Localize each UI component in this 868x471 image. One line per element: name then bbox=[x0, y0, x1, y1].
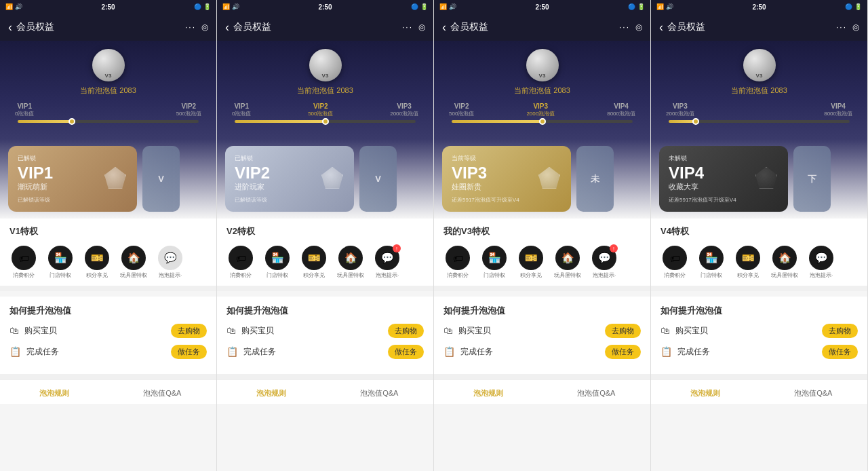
bottom-tab[interactable]: 泡泡值Q&A bbox=[326, 385, 434, 401]
privilege-item[interactable]: 🏷 消费积分 bbox=[7, 246, 41, 279]
vip-card-next[interactable]: 下 bbox=[793, 146, 831, 212]
bubble-icon: V3 bbox=[445, 49, 639, 81]
back-button[interactable]: ‹ bbox=[659, 20, 663, 35]
signal-icon: 📶 🔊 bbox=[656, 3, 673, 10]
privilege-item[interactable]: 💬 ! 泡泡提示· bbox=[370, 246, 404, 279]
bottom-tab[interactable]: 泡泡规则 bbox=[434, 385, 542, 401]
privilege-item[interactable]: 🏪 门店特权 bbox=[43, 246, 77, 279]
vip-cards-area: 已解锁 VIP2 进阶玩家 已解锁该等级 V bbox=[217, 139, 433, 219]
action-button[interactable]: 做任务 bbox=[388, 345, 424, 359]
status-bar: 📶 🔊 2:50 🔵 🔋 bbox=[434, 0, 650, 14]
privilege-item[interactable]: 🏪 门店特权 bbox=[260, 246, 294, 279]
privilege-label: 门店特权 bbox=[267, 272, 288, 279]
action-button[interactable]: 去购物 bbox=[388, 324, 424, 338]
bottom-tabs: 泡泡规则泡泡值Q&A bbox=[217, 379, 433, 404]
privilege-item[interactable]: 💬 ! 泡泡提示· bbox=[587, 246, 621, 279]
more-button[interactable]: ··· bbox=[185, 22, 196, 32]
vip-cards-area: 已解锁 VIP1 潮玩萌新 已解锁该等级 V bbox=[0, 139, 216, 219]
privilege-icon-glyph: 🎫 bbox=[308, 252, 321, 264]
action-button[interactable]: 做任务 bbox=[822, 345, 858, 359]
next-card-label: V bbox=[375, 174, 381, 184]
privilege-icon: 🎫 bbox=[519, 246, 543, 270]
privilege-item[interactable]: 🎫 积分享兑 bbox=[297, 246, 331, 279]
privilege-item[interactable]: 🏠 玩具屋特权 bbox=[117, 246, 151, 279]
bottom-tab[interactable]: 泡泡规则 bbox=[0, 385, 108, 401]
bottom-tab[interactable]: 泡泡值Q&A bbox=[108, 385, 217, 401]
privilege-icon: 🏷 bbox=[663, 246, 687, 270]
action-button[interactable]: 做任务 bbox=[605, 345, 641, 359]
privilege-item[interactable]: 🏠 玩具屋特权 bbox=[768, 246, 802, 279]
bottom-tab[interactable]: 泡泡规则 bbox=[651, 385, 760, 401]
how-to-section: 如何提升泡泡值 🛍 购买宝贝 去购物 📋 完成任务 做任务 bbox=[434, 297, 650, 374]
privilege-label: 消费积分 bbox=[664, 272, 686, 279]
target-icon[interactable]: ◎ bbox=[201, 22, 208, 32]
vip-card-next[interactable]: V bbox=[142, 146, 180, 212]
privilege-icon: 🏪 bbox=[48, 246, 73, 270]
more-button[interactable]: ··· bbox=[402, 22, 413, 32]
vip-card[interactable]: 未解锁 VIP4 收藏大享 还差5917泡泡值可升级至V4 bbox=[659, 146, 788, 212]
privilege-icon-glyph: 💬 bbox=[598, 252, 611, 264]
more-button[interactable]: ··· bbox=[619, 22, 630, 32]
vip-card[interactable]: 当前等级 VIP3 娃圈新贵 还差5917泡泡值可升级至V4 bbox=[442, 146, 571, 212]
privilege-item[interactable]: 🎫 积分享兑 bbox=[80, 246, 114, 279]
privilege-label: 门店特权 bbox=[701, 272, 722, 279]
vip-card-next[interactable]: 未 bbox=[576, 146, 614, 212]
how-to-icon: 🛍 bbox=[660, 325, 670, 336]
back-button[interactable]: ‹ bbox=[225, 20, 229, 35]
progress-bar bbox=[18, 120, 199, 123]
how-to-icon: 🛍 bbox=[9, 325, 19, 336]
privilege-item[interactable]: 🏠 玩具屋特权 bbox=[551, 246, 585, 279]
privilege-item[interactable]: 🏷 消费积分 bbox=[658, 246, 692, 279]
privilege-icon-glyph: 🏪 bbox=[271, 252, 284, 264]
bottom-tab[interactable]: 泡泡值Q&A bbox=[760, 385, 868, 401]
privilege-icon: 🏠 bbox=[772, 246, 797, 270]
vip-card[interactable]: 已解锁 VIP1 潮玩萌新 已解锁该等级 bbox=[8, 146, 137, 212]
more-button[interactable]: ··· bbox=[836, 22, 847, 32]
bottom-tab[interactable]: 泡泡值Q&A bbox=[542, 385, 651, 401]
vip-level-label: VIP32000泡泡值 bbox=[390, 102, 418, 117]
how-to-title: 如何提升泡泡值 bbox=[226, 305, 424, 317]
back-button[interactable]: ‹ bbox=[442, 20, 446, 35]
privilege-item[interactable]: 💬 泡泡提示· bbox=[804, 246, 838, 279]
privilege-label: 泡泡提示· bbox=[376, 272, 399, 279]
vip-level-label: VIP2500泡泡值 bbox=[176, 102, 201, 117]
bottom-tab[interactable]: 泡泡规则 bbox=[217, 385, 326, 401]
privilege-item[interactable]: 🏠 玩具屋特权 bbox=[334, 246, 368, 279]
status-time: 2:50 bbox=[101, 3, 115, 11]
privilege-item[interactable]: 💬 泡泡提示· bbox=[153, 246, 187, 279]
vip-level-label: VIP32000泡泡值 bbox=[526, 102, 555, 117]
privilege-icon: 🏪 bbox=[265, 246, 290, 270]
vip-card[interactable]: 已解锁 VIP2 进阶玩家 已解锁该等级 bbox=[225, 146, 354, 212]
privilege-item[interactable]: 🎫 积分享兑 bbox=[514, 246, 548, 279]
privilege-item[interactable]: 🏪 门店特权 bbox=[694, 246, 728, 279]
back-button[interactable]: ‹ bbox=[8, 20, 12, 35]
vip-cards-area: 未解锁 VIP4 收藏大享 还差5917泡泡值可升级至V4 下 bbox=[651, 139, 867, 219]
how-to-left: 🛍 购买宝贝 bbox=[443, 325, 491, 337]
how-to-item: 🛍 购买宝贝 去购物 bbox=[9, 324, 207, 338]
action-button[interactable]: 去购物 bbox=[171, 324, 207, 338]
how-to-item: 📋 完成任务 做任务 bbox=[660, 345, 858, 359]
vip-card-next[interactable]: V bbox=[359, 146, 397, 212]
privilege-label: 玩具屋特权 bbox=[120, 272, 147, 279]
how-to-text: 购买宝贝 bbox=[458, 325, 491, 337]
privilege-icon-glyph: 🎫 bbox=[91, 252, 104, 264]
signal-icon: 📶 🔊 bbox=[5, 3, 22, 10]
section-divider-2 bbox=[0, 374, 216, 379]
action-button[interactable]: 去购物 bbox=[605, 324, 641, 338]
header-banner: V3 当前泡泡值 2083 VIP10泡泡值VIP2500泡泡值 bbox=[0, 41, 216, 139]
action-button[interactable]: 做任务 bbox=[171, 345, 207, 359]
section-divider bbox=[0, 286, 216, 291]
privilege-icon-glyph: 🎫 bbox=[525, 252, 538, 264]
privilege-icon-glyph: 💬 bbox=[381, 252, 394, 264]
vip-level-label: VIP32000泡泡值 bbox=[666, 102, 694, 117]
target-icon[interactable]: ◎ bbox=[635, 22, 642, 32]
privilege-icon-glyph: 💬 bbox=[815, 252, 828, 264]
target-icon[interactable]: ◎ bbox=[852, 22, 859, 32]
bubble-value: 当前泡泡值 2083 bbox=[662, 86, 856, 96]
action-button[interactable]: 去购物 bbox=[822, 324, 858, 338]
privilege-item[interactable]: 🏪 门店特权 bbox=[477, 246, 511, 279]
privilege-item[interactable]: 🏷 消费积分 bbox=[224, 246, 258, 279]
privilege-item[interactable]: 🎫 积分享兑 bbox=[731, 246, 765, 279]
target-icon[interactable]: ◎ bbox=[418, 22, 425, 32]
privilege-item[interactable]: 🏷 消费积分 bbox=[441, 246, 475, 279]
